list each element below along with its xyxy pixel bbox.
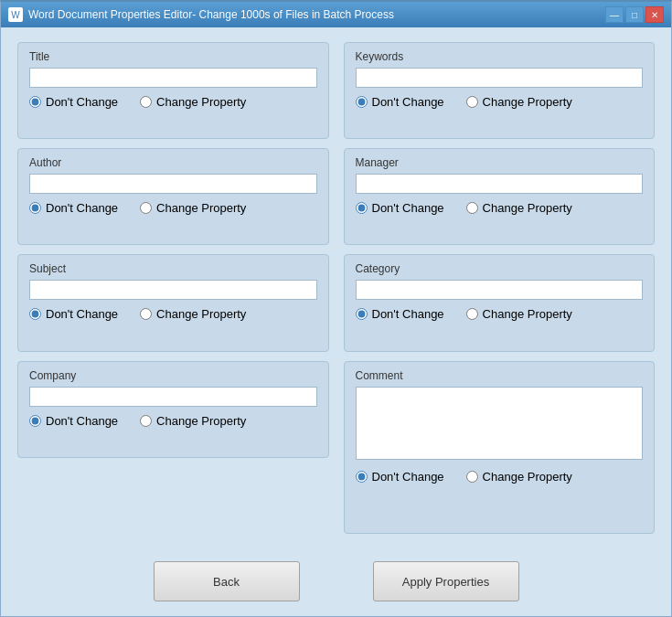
keywords-dont-change-option[interactable]: Don't Change: [356, 95, 444, 109]
keywords-radio-group: Don't Change Change Property: [356, 95, 644, 109]
subject-change-property-label: Change Property: [156, 307, 246, 321]
company-input[interactable]: [29, 387, 317, 407]
close-button[interactable]: ✕: [645, 6, 664, 23]
manager-dont-change-radio[interactable]: [356, 202, 368, 214]
manager-change-property-label: Change Property: [483, 201, 572, 215]
manager-radio-group: Don't Change Change Property: [356, 201, 644, 215]
keywords-input[interactable]: [356, 68, 644, 88]
field-label-keywords: Keywords: [356, 50, 644, 63]
field-label-comment: Comment: [356, 369, 644, 382]
title-bar-left: W Word Document Properties Editor- Chang…: [8, 7, 394, 22]
field-group-author: Author Don't Change Change Property: [17, 148, 329, 245]
apply-properties-button[interactable]: Apply Properties: [373, 561, 519, 601]
field-label-company: Company: [29, 369, 317, 382]
title-dont-change-label: Don't Change: [46, 95, 118, 109]
title-change-property-option[interactable]: Change Property: [140, 95, 246, 109]
field-group-subject: Subject Don't Change Change Property: [17, 254, 329, 351]
category-dont-change-radio[interactable]: [356, 308, 368, 320]
keywords-change-property-label: Change Property: [483, 95, 572, 109]
subject-dont-change-option[interactable]: Don't Change: [29, 307, 118, 321]
subject-change-property-option[interactable]: Change Property: [140, 307, 246, 321]
company-change-property-radio[interactable]: [140, 415, 152, 427]
title-dont-change-radio[interactable]: [29, 96, 41, 108]
subject-change-property-radio[interactable]: [140, 308, 152, 320]
comment-change-property-label: Change Property: [483, 470, 572, 484]
author-change-property-radio[interactable]: [140, 202, 152, 214]
title-bar: W Word Document Properties Editor- Chang…: [1, 2, 671, 27]
field-group-keywords: Keywords Don't Change Change Property: [344, 42, 656, 139]
author-input[interactable]: [29, 174, 317, 194]
category-change-property-radio[interactable]: [466, 308, 478, 320]
category-change-property-option[interactable]: Change Property: [466, 307, 572, 321]
company-change-property-label: Change Property: [156, 414, 246, 428]
author-change-property-label: Change Property: [156, 201, 246, 215]
category-radio-group: Don't Change Change Property: [356, 307, 644, 321]
subject-radio-group: Don't Change Change Property: [29, 307, 317, 321]
field-group-category: Category Don't Change Change Property: [344, 254, 656, 351]
field-label-title: Title: [29, 50, 317, 63]
category-dont-change-option[interactable]: Don't Change: [356, 307, 444, 321]
title-bar-controls: — □ ✕: [605, 6, 664, 23]
footer: Back Apply Properties: [1, 548, 671, 616]
company-change-property-option[interactable]: Change Property: [140, 414, 246, 428]
field-label-manager: Manager: [356, 156, 644, 169]
author-dont-change-radio[interactable]: [29, 202, 41, 214]
main-window: W Word Document Properties Editor- Chang…: [0, 0, 672, 617]
field-group-title: Title Don't Change Change Property: [17, 42, 329, 139]
title-change-property-radio[interactable]: [140, 96, 152, 108]
author-radio-group: Don't Change Change Property: [29, 201, 317, 215]
title-input[interactable]: [29, 68, 317, 88]
keywords-change-property-option[interactable]: Change Property: [466, 95, 572, 109]
author-change-property-option[interactable]: Change Property: [140, 201, 246, 215]
title-radio-group: Don't Change Change Property: [29, 95, 317, 109]
category-dont-change-label: Don't Change: [372, 307, 444, 321]
maximize-button[interactable]: □: [625, 6, 644, 23]
manager-change-property-radio[interactable]: [466, 202, 478, 214]
subject-dont-change-radio[interactable]: [29, 308, 41, 320]
main-content: Title Don't Change Change Property Keywo…: [1, 27, 671, 548]
field-label-author: Author: [29, 156, 317, 169]
comment-radio-group: Don't Change Change Property: [356, 470, 644, 484]
manager-dont-change-label: Don't Change: [372, 201, 444, 215]
company-dont-change-option[interactable]: Don't Change: [29, 414, 118, 428]
comment-dont-change-label: Don't Change: [372, 470, 444, 484]
author-dont-change-label: Don't Change: [46, 201, 118, 215]
keywords-change-property-radio[interactable]: [466, 96, 478, 108]
app-icon: W: [8, 7, 23, 22]
category-change-property-label: Change Property: [483, 307, 572, 321]
comment-change-property-option[interactable]: Change Property: [466, 470, 572, 484]
company-dont-change-label: Don't Change: [46, 414, 118, 428]
comment-change-property-radio[interactable]: [466, 471, 478, 483]
author-dont-change-option[interactable]: Don't Change: [29, 201, 118, 215]
keywords-dont-change-radio[interactable]: [356, 96, 368, 108]
field-label-category: Category: [356, 262, 644, 275]
comment-dont-change-option[interactable]: Don't Change: [356, 470, 444, 484]
manager-input[interactable]: [356, 174, 644, 194]
manager-dont-change-option[interactable]: Don't Change: [356, 201, 444, 215]
fields-grid: Title Don't Change Change Property Keywo…: [17, 42, 655, 534]
field-group-company: Company Don't Change Change Property: [17, 361, 329, 458]
company-radio-group: Don't Change Change Property: [29, 414, 317, 428]
field-group-manager: Manager Don't Change Change Property: [344, 148, 656, 245]
manager-change-property-option[interactable]: Change Property: [466, 201, 572, 215]
field-group-comment: Comment Don't Change Change Property: [344, 361, 656, 534]
title-dont-change-option[interactable]: Don't Change: [29, 95, 118, 109]
back-button[interactable]: Back: [154, 561, 300, 601]
keywords-dont-change-label: Don't Change: [372, 95, 444, 109]
title-change-property-label: Change Property: [156, 95, 246, 109]
subject-dont-change-label: Don't Change: [46, 307, 118, 321]
field-label-subject: Subject: [29, 262, 317, 275]
comment-textarea[interactable]: [356, 387, 644, 460]
window-title: Word Document Properties Editor- Change …: [28, 8, 394, 21]
comment-dont-change-radio[interactable]: [356, 471, 368, 483]
company-dont-change-radio[interactable]: [29, 415, 41, 427]
category-input[interactable]: [356, 280, 644, 300]
minimize-button[interactable]: —: [605, 6, 624, 23]
subject-input[interactable]: [29, 280, 317, 300]
